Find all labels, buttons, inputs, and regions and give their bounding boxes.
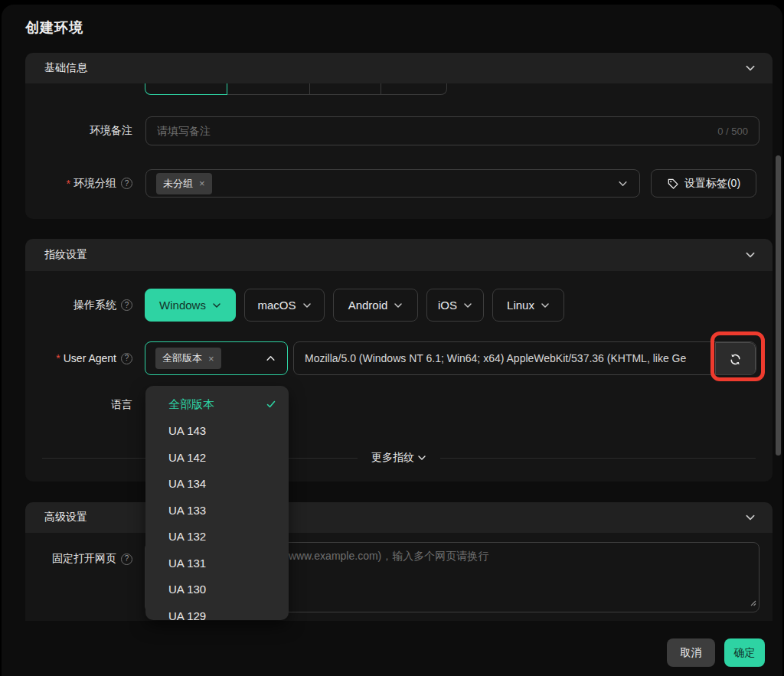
os-options-row: Windows macOS Android iOS Linux [145,289,564,322]
ua-value-input[interactable]: Mozilla/5.0 (Windows NT 6.1; Win64; x64)… [293,341,756,375]
chevron-down-icon [463,301,472,310]
ua-value-text: Mozilla/5.0 (Windows NT 6.1; Win64; x64)… [305,342,713,374]
dropdown-item-all-versions[interactable]: 全部版本 [145,391,289,418]
create-environment-dialog: 创建环境 基础信息 环境备注 0 / 500 [2,5,782,676]
dropdown-item[interactable]: UA 143 [145,418,289,445]
help-icon[interactable] [121,353,132,364]
create-environment-dialog-page: 创建环境 基础信息 环境备注 0 / 500 [0,0,784,676]
chevron-down-icon [618,178,628,188]
set-tags-button[interactable]: 设置标签(0) [651,169,756,198]
check-icon [266,399,276,410]
basic-info-title: 基础信息 [44,61,87,75]
required-asterisk: * [56,352,60,364]
refresh-icon [729,353,742,366]
help-icon[interactable] [121,554,132,565]
help-icon[interactable] [121,299,132,311]
tab-segment[interactable] [381,83,447,95]
dropdown-item[interactable]: UA 133 [145,497,289,524]
language-label: 语言 [25,388,132,422]
open-url-label: 固定打开网页 [25,542,132,576]
dropdown-item[interactable]: UA 142 [145,444,289,471]
group-tag-chip: 未分组 × [156,173,212,194]
tab-segment-selected[interactable] [145,83,227,95]
scrollbar-thumb[interactable] [776,155,781,456]
fingerprint-card: 指纹设置 操作系统 Windows macOS [25,239,773,482]
chevron-down-icon [302,301,312,310]
os-label: 操作系统 [25,289,132,322]
advanced-header[interactable]: 高级设置 [25,502,773,533]
basic-info-card: 基础信息 环境备注 0 / 500 * [25,53,773,219]
user-agent-label: * User Agent [25,341,132,375]
fingerprint-title: 指纹设置 [44,248,87,262]
os-button-linux[interactable]: Linux [492,289,564,322]
os-button-macos[interactable]: macOS [244,289,325,322]
group-select[interactable]: 未分组 × [145,169,640,198]
confirm-button[interactable]: 确定 [724,638,765,667]
tag-icon [667,178,679,190]
dropdown-item[interactable]: UA 131 [145,550,289,576]
chip-close-icon[interactable]: × [199,178,205,189]
chevron-down-icon [541,301,550,310]
browser-tab-segments [145,83,447,95]
tab-segment[interactable] [309,83,381,95]
advanced-card: 高级设置 固定打开网页 /www.example.com)，输入多个网页请换行 [25,502,773,621]
page-title: 创建环境 [25,18,83,37]
ua-version-select[interactable]: 全部版本 × [145,341,288,375]
chevron-down-icon[interactable] [745,250,756,260]
advanced-title: 高级设置 [44,511,87,524]
chevron-down-icon[interactable] [745,512,756,523]
resize-handle-icon[interactable] [749,596,756,609]
chevron-down-icon [212,301,221,310]
chevron-down-icon[interactable] [745,63,756,73]
dropdown-item[interactable]: UA 132 [145,524,289,550]
cancel-button[interactable]: 取消 [667,638,715,667]
dropdown-item[interactable]: UA 130 [145,576,289,603]
remark-input-box: 0 / 500 [145,116,760,145]
group-label: * 环境分组 [25,169,132,198]
remark-counter: 0 / 500 [717,126,748,137]
ua-version-dropdown: 全部版本 UA 143 UA 142 UA 134 UA 133 UA 132 … [145,386,289,620]
remark-input[interactable] [146,117,759,145]
open-url-placeholder: /www.example.com)，输入多个网页请换行 [286,550,488,563]
dropdown-item[interactable]: UA 134 [145,471,289,498]
os-button-windows[interactable]: Windows [145,289,236,322]
chevron-down-icon [417,453,426,462]
refresh-ua-button[interactable] [715,342,756,375]
chip-close-icon[interactable]: × [208,353,214,364]
remark-label: 环境备注 [25,116,132,145]
os-button-android[interactable]: Android [333,289,418,322]
ua-tag-chip: 全部版本 × [155,348,221,369]
os-button-ios[interactable]: iOS [426,289,484,322]
tab-segment[interactable] [227,83,310,95]
required-asterisk: * [67,178,70,190]
chevron-up-icon [266,354,276,364]
chevron-down-icon [394,301,403,310]
fingerprint-header[interactable]: 指纹设置 [25,239,773,271]
help-icon[interactable] [121,178,132,189]
dropdown-item[interactable]: UA 129 [145,603,289,620]
more-fingerprint-link[interactable]: 更多指纹 [371,451,426,465]
basic-info-header[interactable]: 基础信息 [25,53,773,83]
